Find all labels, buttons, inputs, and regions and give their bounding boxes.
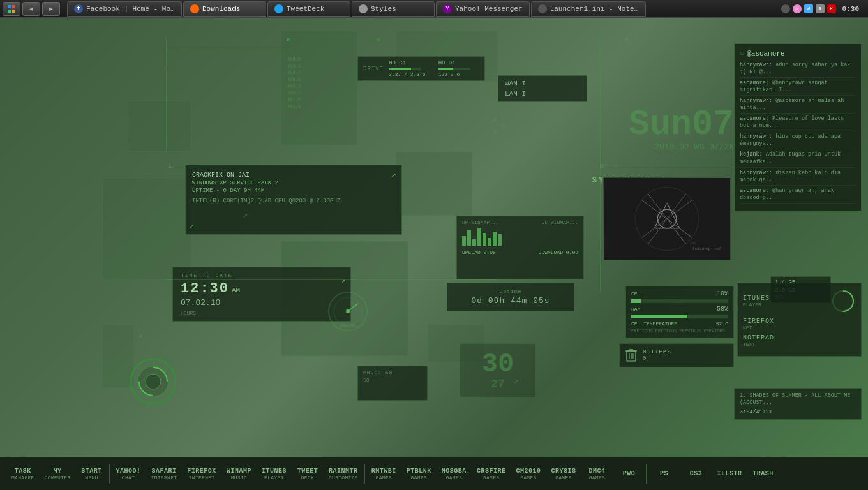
- time-label: TIME TO DATE: [181, 272, 343, 278]
- arrow-deco-sysinfo2: ↗: [190, 221, 194, 230]
- dock-pwo[interactable]: PWO: [613, 468, 645, 479]
- dock-crsfire-main: CRSFIRE: [477, 468, 506, 475]
- deco-line-4: [166, 279, 498, 280]
- corner-dot-3: [169, 165, 172, 168]
- dock-ps[interactable]: PS: [648, 468, 680, 479]
- dock-tweetdeck[interactable]: TWEET DECK: [292, 466, 324, 482]
- tweet-5: hannyrawr: hiue cup cup ada apa émangnya…: [740, 133, 856, 149]
- proc-value: 58: [385, 369, 393, 375]
- dock-yahoo-main: YAHOO!: [116, 468, 141, 475]
- notepad-items: 0 ITEMS 0: [643, 349, 671, 362]
- tab-tweetdeck[interactable]: TweetDeck: [267, 1, 350, 17]
- tab-yahoo-messenger[interactable]: Y Yahoo! Messenger: [436, 1, 530, 17]
- app-row-notepad: NOTEPAD TEXT: [743, 334, 856, 347]
- hdc-fill: [389, 68, 411, 70]
- app-firefox: FIREFOX NET: [743, 318, 774, 330]
- dock-rmtwbi[interactable]: RMTWBI GAMES: [366, 466, 401, 482]
- calendar-display: Sun07: [629, 107, 734, 142]
- back-button[interactable]: ◀: [22, 2, 40, 16]
- upload-val: UPLOAD 0.08: [462, 249, 496, 255]
- tab-downloads[interactable]: Downloads: [183, 1, 266, 17]
- dock-safari[interactable]: SAFARI INTERNET: [146, 466, 183, 482]
- deco-line-1: [166, 50, 294, 50]
- forward-button[interactable]: ▶: [42, 2, 60, 16]
- twitter-at-icon: ○: [740, 49, 744, 58]
- tweet-1: hannyrawr: aduh sorry sabar ya kak :) RT…: [740, 62, 856, 78]
- tweet-8-user: ascamore: [740, 188, 766, 194]
- tab-tweetdeck-label: TweetDeck: [287, 5, 324, 13]
- dock-firefox[interactable]: FIREFOX INTERNET: [182, 466, 221, 482]
- tab-downloads-icon: [190, 4, 199, 13]
- dock-ptblnk[interactable]: PTBLNK GAMES: [401, 466, 437, 482]
- ram-pct: 58%: [717, 306, 728, 313]
- systray-icon-5[interactable]: K: [827, 4, 836, 13]
- svg-rect-0: [8, 5, 11, 8]
- logo-widget: [128, 356, 179, 407]
- desktop: Sun07 2010.02 WG 07/28 459.0459.3459.746…: [0, 18, 868, 457]
- systray-icon-1[interactable]: [781, 4, 790, 13]
- taskbar-bottom: TASK MANAGER MY COMPUTER START MENU YAHO…: [0, 457, 868, 490]
- dock-nosgba-sub: GAMES: [446, 475, 463, 480]
- dock-crsfire[interactable]: CRSFIRE GAMES: [472, 466, 511, 482]
- bar-7: [493, 232, 497, 246]
- dock-my-computer[interactable]: MY COMPUTER: [40, 466, 76, 482]
- tab-yahoo-icon: Y: [443, 4, 452, 13]
- windows-button[interactable]: [3, 2, 20, 16]
- dock-nosgba-main: NOSGBA: [442, 468, 467, 475]
- tab-notepad[interactable]: Launcher1.ini - Notepad: [531, 1, 646, 17]
- app-row-firefox: FIREFOX NET: [743, 318, 856, 330]
- dock-trash[interactable]: TRASH: [747, 468, 779, 479]
- corner-dot-4: [625, 38, 629, 41]
- dock-tweet-sub: DECK: [301, 475, 314, 480]
- dock-winamp[interactable]: WINAMP MUSIC: [221, 466, 257, 482]
- hours-label: HOURS: [181, 310, 196, 316]
- dock-rainmeter[interactable]: RAINMTR CUSTOMIZE: [324, 466, 363, 482]
- calendar-day: Sun07: [629, 107, 734, 142]
- itunes-name: ITUNES: [743, 295, 770, 302]
- bar-4: [477, 228, 481, 246]
- tab-styles[interactable]: Styles: [352, 1, 435, 17]
- dock-illustrator[interactable]: ILLSTR: [712, 468, 747, 479]
- hdc-vals: 3.37 / 3.3.6: [389, 71, 426, 77]
- dock-task-manager[interactable]: TASK MANAGER: [6, 466, 40, 482]
- dock-yahoo-sub: CHAT: [122, 475, 135, 480]
- twitter-widget: ○ @ascamore hannyrawr: aduh sorry sabar …: [734, 43, 862, 211]
- systray-icon-2[interactable]: ☺: [793, 4, 802, 13]
- temp-row: CPU TEMPERATURE: 52 C: [631, 321, 728, 327]
- dock-crysis-main: CRYSIS: [551, 468, 576, 475]
- dock-start-menu[interactable]: START MENU: [76, 466, 108, 482]
- dock-cs3[interactable]: CS3: [680, 468, 712, 479]
- music-track: 1. SHADES OF SUMMER - ALL ABOUT ME (ACOU…: [740, 392, 856, 406]
- arrow-deco-4: ↗: [137, 330, 142, 341]
- dock-crysis[interactable]: CRYSIS GAMES: [546, 466, 581, 482]
- music-widget: 1. SHADES OF SUMMER - ALL ABOUT ME (ACOU…: [734, 388, 862, 420]
- systray-icon-4[interactable]: ☎: [816, 4, 825, 13]
- cpu-meter-fill: [631, 299, 641, 303]
- lan-label: LAN I: [505, 90, 580, 98]
- arrow-deco-2: ↘: [501, 120, 506, 131]
- notepad-items-text: 0 ITEMS: [643, 349, 671, 355]
- dock-ptblnk-main: PTBLNK: [407, 468, 431, 475]
- twitter-handle: @ascamore: [747, 50, 784, 57]
- ram-meter-fill: [631, 315, 687, 318]
- time-row: 12:30 AM: [181, 281, 343, 297]
- tweet-4-user: ascamore: [740, 115, 766, 122]
- hdd-vals: 122.0 6: [438, 71, 470, 77]
- tab-facebook-icon: f: [74, 4, 83, 13]
- dock-itunes[interactable]: ITUNES PLAYER: [257, 466, 292, 482]
- dock-tweet-main: TWEET: [297, 468, 318, 475]
- dock-cm2010[interactable]: CM2010 GAMES: [511, 466, 546, 482]
- arrow-deco-sysinfo: ↗: [391, 169, 396, 180]
- dock-yahoo-chat[interactable]: YAHOO! CHAT: [111, 466, 146, 482]
- drive-content: DRIVE HD C: 3.37 / 3.3.6 HD D:: [363, 60, 479, 77]
- date-deco: ↗: [341, 277, 345, 285]
- ampm: AM: [232, 286, 240, 294]
- tweet-4: ascamore: Pleasure of love lasts but a m…: [740, 115, 856, 131]
- notepad-name: NOTEPAD: [743, 334, 774, 341]
- tab-facebook[interactable]: f Facebook | Home - Moz...: [67, 1, 182, 17]
- dock-nosgba[interactable]: NOSGBA GAMES: [437, 466, 472, 482]
- systray-icon-3[interactable]: W: [804, 4, 813, 13]
- dock-ptblnk-sub: GAMES: [411, 475, 428, 480]
- arrow-deco-3: ↗: [491, 126, 497, 137]
- dock-dmc4[interactable]: DMC4 GAMES: [581, 466, 613, 482]
